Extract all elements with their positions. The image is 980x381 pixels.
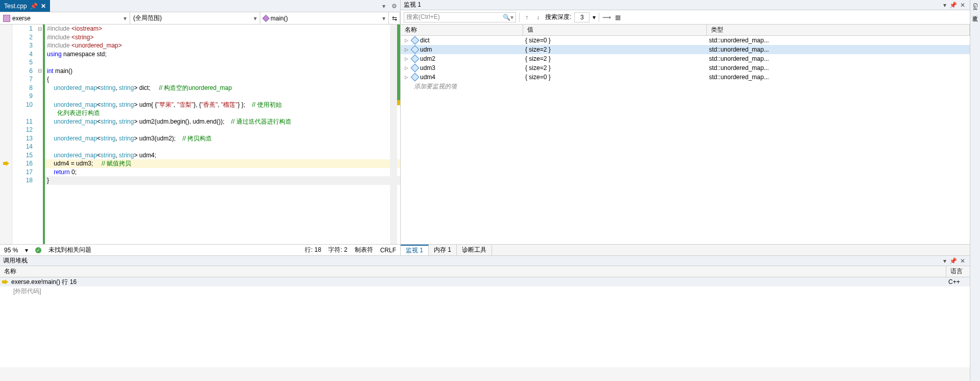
watch-row[interactable]: ▷dict{ size=0 }std::unordered_map... — [401, 36, 970, 45]
pin-icon[interactable]: 📌 — [948, 257, 959, 265]
callstack-pane: 调用堆栈 ▾ 📌 ✕ 名称 语言 exerse.exe!main() 行 16 … — [0, 255, 970, 367]
scope-combo[interactable]: (全局范围)▾ — [130, 12, 260, 24]
watch-row[interactable]: ▷udm2{ size=2 }std::unordered_map... — [401, 54, 970, 63]
variable-icon — [411, 64, 420, 73]
search-icon: 🔍 — [503, 14, 510, 21]
filter-icon[interactable]: ⟿ — [602, 13, 610, 21]
watch-rows: ▷dict{ size=0 }std::unordered_map... ▷ud… — [401, 36, 970, 91]
gear-icon[interactable]: ⚙ — [388, 3, 400, 10]
watch-toolbar: 搜索(Ctrl+E)🔍▾ ↑ ↓ 搜索深度: 3▾ ⟿ ▦ — [401, 10, 970, 25]
col-name[interactable]: 名称 — [0, 266, 946, 277]
navigation-bar: exerse▾ (全局范围)▾ main()▾ ⇆ — [0, 12, 400, 25]
code-area[interactable]: 123456789101112131415161718 ⊟ ⊟ #include… — [0, 25, 400, 244]
pin-icon[interactable]: 📌 — [948, 2, 959, 9]
project-combo[interactable]: exerse▾ — [0, 12, 130, 24]
watch-row[interactable]: ▷udm{ size=2 }std::unordered_map... — [401, 45, 970, 54]
dropdown-icon[interactable]: ▾ — [942, 2, 948, 9]
project-icon — [3, 15, 10, 22]
line-indicator: 行: 18 — [305, 246, 321, 254]
function-icon — [262, 14, 270, 21]
variable-icon — [411, 36, 420, 45]
search-input[interactable]: 搜索(Ctrl+E)🔍▾ — [404, 12, 516, 22]
grid-icon[interactable]: ▦ — [614, 13, 622, 21]
line-number-gutter: 123456789101112131415161718 — [12, 25, 37, 244]
down-arrow-icon[interactable]: ↓ — [534, 13, 542, 21]
close-icon[interactable]: ✕ — [959, 257, 967, 265]
ok-icon: ✓ — [35, 247, 41, 253]
depth-label: 搜索深度: — [545, 13, 571, 21]
watch-row[interactable]: ▷udm4{ size=0 }std::unordered_map... — [401, 73, 970, 82]
callstack-row[interactable]: [外部代码] — [0, 287, 970, 296]
split-icon[interactable]: ⇆ — [389, 12, 400, 24]
tab-memory1[interactable]: 内存 1 — [429, 245, 457, 255]
issues-text: 未找到相关问题 — [48, 246, 91, 254]
col-name[interactable]: 名称 — [401, 25, 523, 35]
tabs-indicator: 制表符 — [355, 246, 373, 254]
tab-label: Test.cpp — [4, 3, 27, 10]
pin-icon[interactable]: 📌 — [30, 3, 38, 10]
callstack-title-bar: 调用堆栈 ▾ 📌 ✕ — [0, 256, 970, 266]
zoom-level[interactable]: 95 % — [4, 247, 18, 254]
function-combo[interactable]: main()▾ — [260, 12, 389, 24]
tab-watch1[interactable]: 监视 1 — [401, 245, 429, 255]
callstack-header: 名称 语言 — [0, 266, 970, 277]
add-watch-item[interactable]: 添加要监视的项 — [401, 82, 970, 91]
variable-icon — [411, 45, 420, 54]
variable-icon — [411, 73, 420, 82]
dropdown-icon[interactable]: ▾ — [379, 3, 388, 10]
watch-tabs: 监视 1 内存 1 诊断工具 — [401, 244, 970, 255]
callstack-title: 调用堆栈 — [3, 256, 28, 265]
watch-pane: 监视 1 ▾ 📌 ✕ 搜索(Ctrl+E)🔍▾ ↑ ↓ 搜索深度: 3▾ ⟿ ▦… — [401, 0, 970, 255]
up-arrow-icon[interactable]: ↑ — [523, 13, 531, 21]
watch-row[interactable]: ▷udm3{ size=2 }std::unordered_map... — [401, 63, 970, 73]
crlf-indicator: CRLF — [380, 247, 396, 254]
vertical-scrollbar[interactable] — [390, 25, 397, 244]
col-type[interactable]: 类型 — [707, 25, 970, 35]
close-icon[interactable]: ✕ — [959, 2, 967, 9]
col-lang[interactable]: 语言 — [946, 266, 970, 277]
depth-combo[interactable]: 3 — [574, 12, 590, 22]
current-line-arrow-icon — [3, 161, 9, 166]
col-value[interactable]: 值 — [523, 25, 707, 35]
current-frame-arrow-icon — [2, 279, 8, 284]
editor-pane: Test.cpp 📌 ✕ ▾ ⚙ exerse▾ (全局范围)▾ main()▾… — [0, 0, 401, 255]
watch-title-bar: 监视 1 ▾ 📌 ✕ — [401, 0, 970, 10]
code-body[interactable]: #include <iostream> #include <string> #i… — [45, 25, 400, 244]
git-changes-rail[interactable]: Git 更改 — [970, 0, 980, 381]
variable-icon — [411, 55, 420, 63]
watch-header: 名称 值 类型 — [401, 25, 970, 36]
watch-title: 监视 1 — [404, 1, 421, 9]
breakpoint-gutter[interactable] — [0, 25, 12, 244]
callstack-row[interactable]: exerse.exe!main() 行 16 C++ — [0, 277, 970, 287]
dropdown-icon[interactable]: ▾ — [942, 257, 948, 265]
file-tab[interactable]: Test.cpp 📌 ✕ — [0, 0, 50, 12]
tab-strip: Test.cpp 📌 ✕ ▾ ⚙ — [0, 0, 400, 12]
tab-diagnostics[interactable]: 诊断工具 — [457, 245, 492, 255]
close-icon[interactable]: ✕ — [41, 3, 46, 10]
fold-gutter[interactable]: ⊟ ⊟ — [37, 25, 45, 244]
editor-status-bar: 95 %▾ ✓ 未找到相关问题 行: 18 字符: 2 制表符 CRLF — [0, 244, 400, 255]
char-indicator: 字符: 2 — [328, 246, 347, 254]
